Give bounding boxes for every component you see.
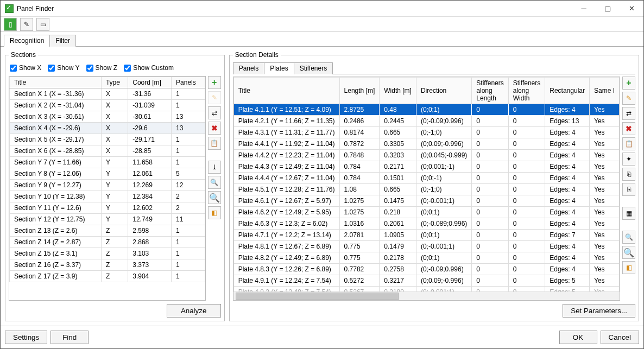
tab-panels[interactable]: Panels xyxy=(233,62,265,74)
dcol-same[interactable]: Same I xyxy=(589,78,619,104)
app-icon xyxy=(5,4,14,13)
details-row[interactable]: Plate 4.4.4 (Y = 12.67; Z = 11.04)0.7840… xyxy=(233,173,619,184)
details-row[interactable]: Plate 4.7.1 (Y = 12.2; Z = 13.14)2.07811… xyxy=(233,230,619,241)
zoom-button[interactable]: 🔍 xyxy=(208,176,221,189)
edit-button[interactable]: ✎ xyxy=(208,91,221,104)
toolbar-highlighter-icon[interactable]: ✎ xyxy=(20,18,33,31)
dcol-stiff-len[interactable]: Stiffeners along Length xyxy=(472,78,508,104)
sections-row[interactable]: Section X 3 (X = -30.61)X-30.6113 xyxy=(10,111,205,123)
details-row[interactable]: Plate 4.8.2 (Y = 12.49; Z = 6.89)0.7750.… xyxy=(233,252,619,264)
sections-row[interactable]: Section Z 15 (Z = 3.1)Z3.1031 xyxy=(10,248,205,259)
settings-button[interactable]: Settings xyxy=(5,331,47,344)
sections-row[interactable]: Section Y 7 (Y = 11.66)Y11.6581 xyxy=(10,157,205,168)
sections-row[interactable]: Section X 5 (X = -29.17)X-29.1711 xyxy=(10,134,205,145)
dcol-direction[interactable]: Direction xyxy=(416,78,471,104)
toolbar-select-icon[interactable]: ▭ xyxy=(36,18,49,31)
details-row[interactable]: Plate 4.4.1 (Y = 11.92; Z = 11.04)0.7872… xyxy=(233,138,619,150)
check-show-y[interactable]: Show Y xyxy=(48,64,79,72)
checkbox-show-z[interactable] xyxy=(86,65,93,72)
details-row[interactable]: Plate 4.3.1 (Y = 11.31; Z = 11.77)0.8174… xyxy=(233,127,619,138)
check-show-z[interactable]: Show Z xyxy=(86,64,118,72)
tab-recognition[interactable]: Recognition xyxy=(4,35,50,47)
paste-button[interactable]: 📋 xyxy=(622,137,635,150)
dcol-stiff-wid[interactable]: Stiffeners along Width xyxy=(508,78,545,104)
details-row[interactable]: Plate 4.8.1 (Y = 12.67; Z = 6.89)0.7750.… xyxy=(233,241,619,252)
edit-button[interactable]: ✎ xyxy=(622,92,635,105)
zoom-sel-button[interactable]: 🔍 xyxy=(622,246,635,259)
sections-row[interactable]: Section Y 8 (Y = 12.06)Y12.0615 xyxy=(10,168,205,180)
details-row[interactable]: Plate 4.4.3 (Y = 12.49; Z = 11.04)0.7840… xyxy=(233,161,619,173)
details-row[interactable]: Plate 4.4.2 (Y = 12.23; Z = 11.04)0.7848… xyxy=(233,150,619,161)
details-row[interactable]: Plate 4.1.1 (Y = 12.51; Z = 4.09)2.87250… xyxy=(233,104,619,116)
find-button[interactable]: Find xyxy=(50,331,89,344)
sections-row[interactable]: Section X 2 (X = -31.04)X-31.0391 xyxy=(10,100,205,111)
ok-button[interactable]: OK xyxy=(559,331,597,344)
details-row[interactable]: Plate 4.6.2 (Y = 12.49; Z = 5.95)1.02750… xyxy=(233,207,619,218)
dcol-length[interactable]: Length [m] xyxy=(339,78,380,104)
details-row[interactable]: Plate 4.9.1 (Y = 12.24; Z = 7.54)0.52720… xyxy=(233,275,619,287)
details-tabs: Panels Plates Stiffeners xyxy=(233,62,635,74)
copy-button[interactable]: ⎗ xyxy=(622,168,635,181)
sections-row[interactable]: Section Y 11 (Y = 12.6)Y12.6022 xyxy=(10,202,205,214)
sections-row[interactable]: Section Y 10 (Y = 12.38)Y12.3842 xyxy=(10,191,205,202)
sections-row[interactable]: Section Y 12 (Y = 12.75)Y12.74911 xyxy=(10,214,205,225)
analyze-button[interactable]: Analyze xyxy=(167,304,221,318)
toolbar: ▯ ✎ ▭ xyxy=(1,17,643,32)
toolbar-panel-icon[interactable]: ▯ xyxy=(4,18,17,31)
sections-row[interactable]: Section X 4 (X = -29.6)X-29.613 xyxy=(10,123,205,134)
link-button[interactable]: ⇄ xyxy=(622,107,635,120)
checkbox-show-x[interactable] xyxy=(10,65,17,72)
maximize-button[interactable]: ▢ xyxy=(596,1,620,16)
paste2-button[interactable]: ⎘ xyxy=(622,183,635,196)
dcol-title[interactable]: Title xyxy=(233,78,339,104)
tab-stiffeners[interactable]: Stiffeners xyxy=(294,62,333,74)
layers-button[interactable]: ◧ xyxy=(622,261,635,274)
layers-button[interactable]: ◧ xyxy=(208,206,221,219)
add-button[interactable]: + xyxy=(208,76,221,89)
sections-row[interactable]: Section Z 14 (Z = 2.87)Z2.8681 xyxy=(10,237,205,248)
details-row[interactable]: Plate 4.6.3 (Y = 12.3; Z = 6.02)1.03160.… xyxy=(233,218,619,230)
col-type[interactable]: Type xyxy=(101,77,128,88)
delete-button[interactable]: ✖ xyxy=(622,122,635,135)
sections-row[interactable]: Section X 6 (X = -28.85)X-28.851 xyxy=(10,145,205,157)
sections-row[interactable]: Section Z 17 (Z = 3.9)Z3.9041 xyxy=(10,271,205,282)
zoom-sel-button[interactable]: 🔍 xyxy=(208,191,221,204)
details-table: Title Length [m] Width [m] Direction Sti… xyxy=(233,77,620,291)
main-tabs: Recognition Filter xyxy=(1,32,643,47)
details-table-scroll[interactable]: Title Length [m] Width [m] Direction Sti… xyxy=(233,77,620,291)
details-row[interactable]: Plate 4.5.1 (Y = 12.28; Z = 11.76)1.080.… xyxy=(233,184,619,195)
export-button[interactable]: ⤓ xyxy=(208,161,221,174)
details-row[interactable]: Plate 4.8.3 (Y = 12.26; Z = 6.89)0.77820… xyxy=(233,264,619,275)
set-parameters-button[interactable]: Set Parameters... xyxy=(563,304,635,318)
link-button[interactable]: ⇄ xyxy=(208,106,221,119)
check-show-custom[interactable]: Show Custom xyxy=(124,64,174,72)
dcol-width[interactable]: Width [m] xyxy=(380,78,416,104)
target-button[interactable]: ✦ xyxy=(622,153,635,166)
checkbox-show-y[interactable] xyxy=(48,65,55,72)
check-show-x[interactable]: Show X xyxy=(10,64,41,72)
delete-button[interactable]: ✖ xyxy=(208,122,221,135)
sections-row[interactable]: Section X 1 (X = -31.36)X-31.361 xyxy=(10,88,205,100)
dcol-rect[interactable]: Rectangular xyxy=(545,78,590,104)
details-row[interactable]: Plate 4.6.1 (Y = 12.67; Z = 5.97)1.02750… xyxy=(233,195,619,207)
checkbox-show-custom[interactable] xyxy=(124,65,131,72)
paste-button[interactable]: 📋 xyxy=(208,137,221,150)
details-hscrollbar[interactable] xyxy=(233,291,620,300)
minimize-button[interactable]: ─ xyxy=(572,1,596,16)
close-button[interactable]: ✕ xyxy=(620,1,643,16)
details-row[interactable]: Plate 4.9.2 (Y = 12.49; Z = 7.54)0.52670… xyxy=(233,287,619,292)
sections-table-scroll[interactable]: Title Type Coord [m] Panels Section X 1 … xyxy=(9,77,205,300)
cancel-button[interactable]: Cancel xyxy=(601,331,640,344)
col-panels[interactable]: Panels xyxy=(172,77,205,88)
details-row[interactable]: Plate 4.2.1 (Y = 11.66; Z = 11.35)0.2486… xyxy=(233,116,619,127)
tab-filter[interactable]: Filter xyxy=(49,35,76,47)
col-coord[interactable]: Coord [m] xyxy=(128,77,172,88)
grid-button[interactable]: ▦ xyxy=(622,207,635,220)
sections-row[interactable]: Section Z 16 (Z = 3.37)Z3.3731 xyxy=(10,259,205,271)
sections-row[interactable]: Section Y 9 (Y = 12.27)Y12.26912 xyxy=(10,180,205,191)
sections-row[interactable]: Section Z 13 (Z = 2.6)Z2.5981 xyxy=(10,225,205,237)
zoom-button[interactable]: 🔍 xyxy=(622,231,635,244)
add-button[interactable]: + xyxy=(622,77,635,90)
tab-plates[interactable]: Plates xyxy=(264,62,294,74)
col-title[interactable]: Title xyxy=(10,77,102,88)
